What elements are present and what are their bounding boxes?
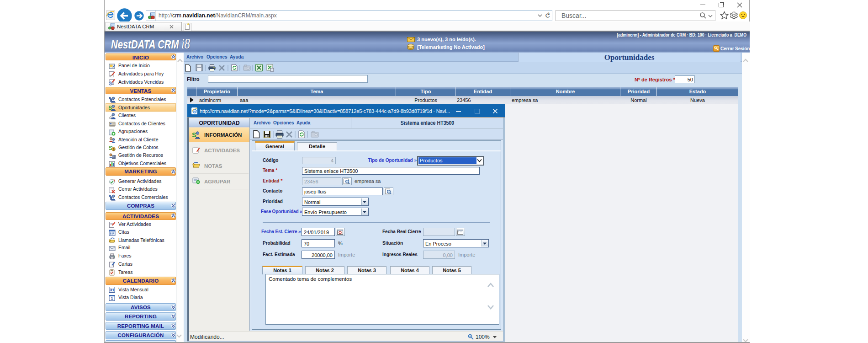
svg-text:31: 31 xyxy=(110,288,114,292)
svg-text:1: 1 xyxy=(111,296,113,301)
svg-text:S: S xyxy=(192,131,196,139)
svg-text:$: $ xyxy=(113,147,115,151)
